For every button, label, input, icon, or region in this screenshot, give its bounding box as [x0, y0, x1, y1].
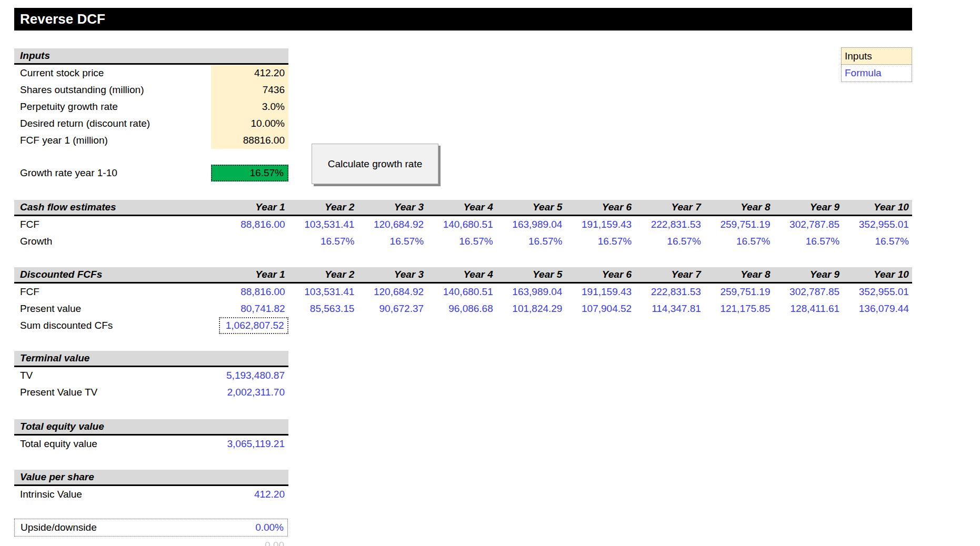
discounted-fcf-cell[interactable]: 191,159.43	[565, 284, 635, 300]
discounted-fcf-cell[interactable]: 88,816.00	[219, 284, 288, 300]
growth-cell[interactable]: 16.57%	[635, 233, 704, 250]
present-value-row: Present value 80,741.82 85,563.15 90,672…	[14, 300, 912, 317]
row-label: FCF	[14, 216, 219, 233]
cash-flow-section-header: Cash flow estimates	[14, 200, 219, 215]
tv-cell[interactable]: 5,193,480.87	[211, 367, 288, 384]
growth-cell[interactable]: 16.57%	[565, 233, 635, 250]
fcf-cell[interactable]: 140,680.51	[427, 216, 496, 233]
calculate-growth-rate-button[interactable]: Calculate growth rate	[312, 144, 438, 184]
year-header: Year 3	[357, 200, 427, 215]
input-row: Current stock price 412.20	[14, 65, 288, 82]
input-label: FCF year 1 (million)	[14, 132, 211, 149]
present-value-cell[interactable]: 90,672.37	[357, 300, 427, 317]
present-value-cell[interactable]: 101,824.29	[496, 300, 566, 317]
upside-downside-row: Upside/downside 0.00%	[14, 519, 288, 537]
total-equity-value-cell[interactable]: 3,065,119.21	[211, 436, 288, 452]
discounted-section-header: Discounted FCFs	[14, 267, 219, 282]
year-header: Year 9	[774, 267, 843, 282]
present-value-tv-cell[interactable]: 2,002,311.70	[211, 384, 288, 401]
row-label: Growth	[14, 233, 219, 250]
discounted-fcf-cell[interactable]: 259,751.19	[704, 284, 774, 300]
current-stock-price-cell[interactable]: 412.20	[211, 65, 288, 82]
fcf-cell[interactable]: 120,684.92	[357, 216, 427, 233]
year-header: Year 2	[288, 200, 358, 215]
discounted-fcf-cell[interactable]: 352,955.01	[843, 284, 912, 300]
growth-cell[interactable]: 16.57%	[704, 233, 774, 250]
row-label: TV	[14, 367, 211, 384]
cash-flow-header-row: Cash flow estimates Year 1 Year 2 Year 3…	[14, 200, 912, 216]
discounted-fcf-row: FCF 88,816.00 103,531.41 120,684.92 140,…	[14, 284, 912, 300]
row-label: Present value	[14, 300, 219, 317]
discounted-fcf-cell[interactable]: 120,684.92	[357, 284, 427, 300]
input-label: Current stock price	[14, 65, 211, 82]
fcf-cell[interactable]: 259,751.19	[704, 216, 774, 233]
present-value-cell[interactable]: 85,563.15	[288, 300, 358, 317]
total-equity-row: Total equity value 3,065,119.21	[14, 436, 288, 452]
year-header: Year 10	[843, 200, 912, 215]
legend-formula-cell[interactable]: Formula	[841, 65, 912, 82]
discounted-fcf-cell[interactable]: 103,531.41	[288, 284, 358, 300]
discounted-fcf-cell[interactable]: 140,680.51	[427, 284, 496, 300]
year-header: Year 3	[357, 267, 427, 282]
present-value-cell[interactable]: 121,175.85	[704, 300, 774, 317]
growth-cell[interactable]: 16.57%	[774, 233, 843, 250]
spreadsheet-reverse-dcf: Reverse DCF Inputs Formula Inputs Curren…	[0, 0, 980, 546]
growth-rate-result-cell[interactable]: 16.57%	[211, 165, 288, 181]
year-header: Year 4	[427, 267, 496, 282]
growth-cell[interactable]: 16.57%	[427, 233, 496, 250]
shares-outstanding-cell[interactable]: 7436	[211, 82, 288, 98]
discounted-fcf-cell[interactable]: 302,787.85	[774, 284, 843, 300]
inputs-section-header: Inputs	[14, 48, 288, 65]
legend-inputs-cell[interactable]: Inputs	[841, 47, 912, 65]
row-label: Total equity value	[14, 436, 211, 452]
growth-cell[interactable]: 16.57%	[496, 233, 566, 250]
desired-return-cell[interactable]: 10.00%	[211, 115, 288, 132]
sum-discounted-row: Sum discounted CFs 1,062,807.52	[14, 317, 912, 334]
row-label: Sum discounted CFs	[14, 317, 219, 334]
row-label: FCF	[14, 284, 219, 300]
fcf-cell[interactable]: 352,955.01	[843, 216, 912, 233]
present-value-cell[interactable]: 107,904.52	[565, 300, 635, 317]
fcf-row: FCF 88,816.00 103,531.41 120,684.92 140,…	[14, 216, 912, 233]
present-value-cell[interactable]: 136,079.44	[843, 300, 912, 317]
fcf-cell[interactable]: 191,159.43	[565, 216, 635, 233]
fcf-cell[interactable]: 222,831.53	[635, 216, 704, 233]
year-header: Year 6	[565, 267, 635, 282]
year-header: Year 2	[288, 267, 358, 282]
upside-downside-cell[interactable]: 0.00%	[210, 519, 287, 536]
present-value-cell[interactable]: 114,347.81	[635, 300, 704, 317]
input-label: Shares outstanding (million)	[14, 82, 211, 98]
discounted-fcf-cell[interactable]: 222,831.53	[635, 284, 704, 300]
fcf-cell[interactable]: 88,816.00	[219, 216, 288, 233]
total-equity-header: Total equity value	[14, 419, 288, 436]
year-header: Year 10	[843, 267, 912, 282]
perpetuity-growth-rate-cell[interactable]: 3.0%	[211, 98, 288, 115]
present-value-cell[interactable]: 96,086.68	[427, 300, 496, 317]
total-equity-section: Total equity value Total equity value 3,…	[14, 419, 288, 452]
growth-cell[interactable]: 16.57%	[843, 233, 912, 250]
input-row: Perpetuity growth rate 3.0%	[14, 98, 288, 115]
terminal-value-header: Terminal value	[14, 351, 288, 367]
input-row: Shares outstanding (million) 7436	[14, 82, 288, 98]
fcf-year1-cell[interactable]: 88816.00	[211, 132, 288, 149]
page-title: Reverse DCF	[14, 8, 912, 31]
tv-row: TV 5,193,480.87	[14, 367, 288, 384]
year-header: Year 7	[635, 267, 704, 282]
fcf-cell[interactable]: 163,989.04	[496, 216, 566, 233]
growth-cell[interactable]: 16.57%	[357, 233, 427, 250]
intrinsic-value-row: Intrinsic Value 412.20	[14, 486, 288, 503]
fcf-cell[interactable]: 302,787.85	[774, 216, 843, 233]
year-header: Year 8	[704, 267, 774, 282]
fcf-cell[interactable]: 103,531.41	[288, 216, 358, 233]
present-value-cell[interactable]: 80,741.82	[219, 300, 288, 317]
pv-tv-row: Present Value TV 2,002,311.70	[14, 384, 288, 401]
present-value-cell[interactable]: 128,411.61	[774, 300, 843, 317]
year-header: Year 4	[427, 200, 496, 215]
growth-cell[interactable]: 16.57%	[288, 233, 358, 250]
sum-discounted-cfs-cell[interactable]: 1,062,807.52	[219, 317, 288, 334]
discounted-fcf-cell[interactable]: 163,989.04	[496, 284, 566, 300]
value-per-share-section: Value per share Intrinsic Value 412.20	[14, 470, 288, 503]
intrinsic-value-cell[interactable]: 412.20	[211, 486, 288, 503]
growth-cell[interactable]	[219, 233, 288, 250]
growth-rate-label: Growth rate year 1-10	[14, 165, 211, 181]
